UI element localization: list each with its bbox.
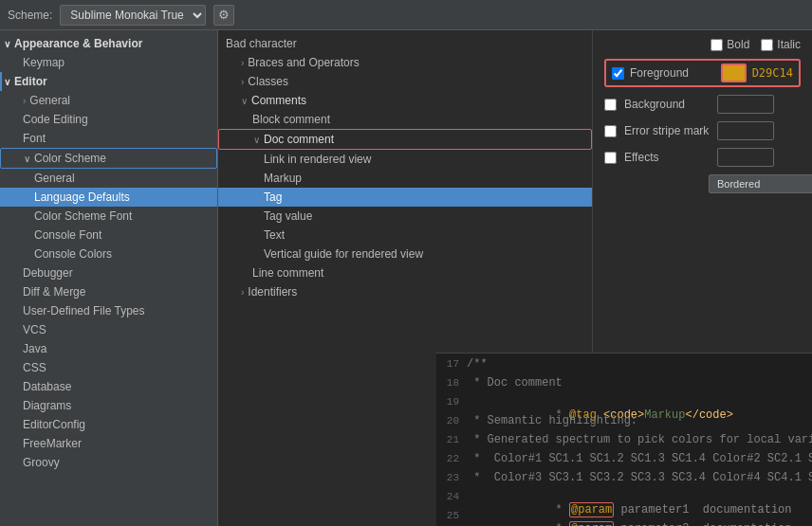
sidebar-item-code-editing[interactable]: Code Editing <box>0 110 217 129</box>
tree-item-identifiers[interactable]: › Identifiers <box>218 282 592 301</box>
effects-dropdown-row: Bordered <box>604 174 801 193</box>
top-panels: Bad character › Braces and Operators › C… <box>218 30 812 353</box>
sidebar-item-language-defaults[interactable]: Language Defaults <box>0 188 217 207</box>
line-number: 17 <box>436 358 467 370</box>
sidebar-item-appearance-behavior[interactable]: ∨ Appearance & Behavior <box>0 34 217 53</box>
code-line-23: 23 * Color#3 SC3.1 SC3.2 SC3.3 SC3.4 Col… <box>436 471 812 490</box>
sidebar-item-color-scheme[interactable]: ∨ Color Scheme <box>0 148 217 169</box>
scheme-label: Scheme: <box>8 9 52 22</box>
chevron-icon: ∨ <box>4 39 10 49</box>
bold-checkbox-label[interactable]: Bold <box>710 38 749 51</box>
code-preview: 17 /** 18 * Doc comment 19 * @tag <code>… <box>436 353 812 526</box>
foreground-row: Foreground D29C14 <box>604 59 801 87</box>
line-content: * Doc comment <box>467 376 563 390</box>
chevron-icon: › <box>241 58 244 68</box>
sidebar-item-console-font[interactable]: Console Font <box>0 226 217 245</box>
sidebar-item-diagrams[interactable]: Diagrams <box>0 396 217 415</box>
sidebar-item-general[interactable]: › General <box>0 91 217 110</box>
sidebar-item-user-defined-file-types[interactable]: User-Defined File Types <box>0 301 217 320</box>
chevron-icon: › <box>241 77 244 87</box>
line-number: 24 <box>436 491 467 502</box>
tree-item-doc-comment[interactable]: ∨ Doc comment <box>218 129 592 150</box>
tree-item-braces-operators[interactable]: › Braces and Operators <box>218 53 592 72</box>
effects-checkbox[interactable] <box>604 152 617 164</box>
line-number: 23 <box>436 472 467 483</box>
chevron-icon: › <box>23 96 26 106</box>
sidebar-item-keymap[interactable]: Keymap <box>0 53 217 72</box>
foreground-checkbox[interactable] <box>612 67 624 80</box>
tree-item-vertical-guide[interactable]: Vertical guide for rendered view <box>218 245 592 263</box>
sidebar-item-groovy[interactable]: Groovy <box>0 453 217 472</box>
tree-item-markup[interactable]: Markup <box>218 169 592 188</box>
line-content: * Color#1 SC1.1 SC1.2 SC1.3 SC1.4 Color#… <box>467 452 812 465</box>
sidebar-item-diff-merge[interactable]: Diff & Merge <box>0 282 217 301</box>
sidebar-item-editor[interactable]: ∨ Editor <box>0 72 217 91</box>
line-content: /** <box>467 357 488 371</box>
tree-item-bad-character[interactable]: Bad character <box>218 34 592 53</box>
code-line-25: 25 * @param parameter2 documentation <box>436 509 812 526</box>
foreground-color-swatch[interactable] <box>721 63 747 82</box>
bold-checkbox[interactable] <box>710 39 723 51</box>
main-layout: ∨ Appearance & Behavior Keymap ∨ Editor … <box>0 30 812 526</box>
sidebar-item-font[interactable]: Font <box>0 129 217 148</box>
chevron-icon: › <box>241 287 244 298</box>
code-line-19: 19 * @tag <code>Markup</code> <box>436 395 812 414</box>
line-content: * Color#3 SC3.1 SC3.2 SC3.3 SC3.4 Color#… <box>467 471 812 484</box>
code-line-24: 24 * @param parameter1 documentation <box>436 490 812 509</box>
sidebar-item-debugger[interactable]: Debugger <box>0 263 217 282</box>
sidebar-item-database[interactable]: Database <box>0 377 217 396</box>
tree-item-classes[interactable]: › Classes <box>218 72 592 91</box>
top-bar: Scheme: Sublime Monokai True ⚙ <box>0 0 812 30</box>
sidebar-item-vcs[interactable]: VCS <box>0 320 217 339</box>
error-stripe-color-swatch[interactable] <box>717 121 774 140</box>
tree-item-block-comment[interactable]: Block comment <box>218 110 592 129</box>
effects-color-swatch <box>717 148 774 167</box>
code-line-17: 17 /** <box>436 357 812 376</box>
background-checkbox[interactable] <box>604 99 617 111</box>
chevron-icon: ∨ <box>24 154 30 164</box>
chevron-icon: ∨ <box>4 77 10 87</box>
line-number: 21 <box>436 434 467 445</box>
code-line-21: 21 * Generated spectrum to pick colors f… <box>436 433 812 452</box>
sidebar-item-java[interactable]: Java <box>0 339 217 358</box>
content-area: Bad character › Braces and Operators › C… <box>218 30 812 526</box>
sidebar-item-console-colors[interactable]: Console Colors <box>0 245 217 263</box>
line-number: 18 <box>436 377 467 389</box>
italic-checkbox[interactable] <box>761 39 773 51</box>
tree-panel: Bad character › Braces and Operators › C… <box>218 30 593 353</box>
error-stripe-checkbox[interactable] <box>604 125 617 137</box>
tree-item-line-comment[interactable]: Line comment <box>218 263 592 282</box>
line-number: 22 <box>436 453 467 464</box>
tree-item-tag[interactable]: Tag <box>218 188 592 207</box>
code-line-22: 22 * Color#1 SC1.1 SC1.2 SC1.3 SC1.4 Col… <box>436 452 812 471</box>
foreground-value: D29C14 <box>752 66 793 80</box>
sidebar-item-general2[interactable]: General <box>0 169 217 188</box>
scheme-select[interactable]: Sublime Monokai True <box>60 5 206 26</box>
sidebar-item-css[interactable]: CSS <box>0 358 217 377</box>
italic-checkbox-label[interactable]: Italic <box>761 38 801 51</box>
sidebar: ∨ Appearance & Behavior Keymap ∨ Editor … <box>0 30 218 526</box>
line-content: * @param parameter2 documentation <box>467 509 791 526</box>
line-number: 25 <box>436 510 467 521</box>
props-panel: Bold Italic Foreground D29C14 <box>593 30 812 353</box>
error-stripe-row: Error stripe mark <box>604 121 801 140</box>
line-number: 20 <box>436 415 467 426</box>
chevron-icon: ∨ <box>253 135 260 145</box>
code-line-18: 18 * Doc comment <box>436 376 812 395</box>
line-content: * Generated spectrum to pick colors for … <box>467 433 812 446</box>
code-lines: 17 /** 18 * Doc comment 19 * @tag <code>… <box>436 354 812 526</box>
sidebar-item-freemarker[interactable]: FreeMarker <box>0 434 217 453</box>
background-color-swatch[interactable] <box>717 95 774 114</box>
tree-item-comments[interactable]: ∨ Comments <box>218 91 592 110</box>
sidebar-item-editorconfig[interactable]: EditorConfig <box>0 415 217 434</box>
tree-item-link-rendered[interactable]: Link in rendered view <box>218 150 592 169</box>
effects-dropdown[interactable]: Bordered <box>709 174 812 193</box>
bold-italic-row: Bold Italic <box>604 38 801 51</box>
chevron-icon: ∨ <box>241 96 248 106</box>
line-number: 19 <box>436 396 467 408</box>
sidebar-item-color-scheme-font[interactable]: Color Scheme Font <box>0 207 217 226</box>
effects-row: Effects <box>604 148 801 167</box>
gear-button[interactable]: ⚙ <box>213 5 234 26</box>
tree-item-text[interactable]: Text <box>218 226 592 245</box>
tree-item-tag-value[interactable]: Tag value <box>218 207 592 226</box>
